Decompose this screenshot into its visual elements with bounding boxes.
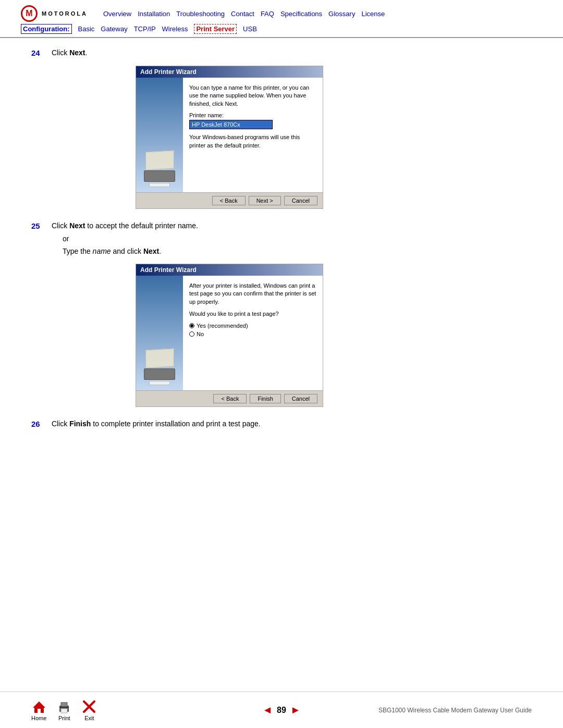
step-26-text: Click Finish to complete printer install… [52, 419, 261, 428]
nav-troubleshooting[interactable]: Troubleshooting [176, 10, 225, 18]
motorola-m-icon: M [21, 5, 38, 22]
wizard-2-desc: After your printer is installed, Windows… [189, 282, 316, 306]
wizard-1-back-button[interactable]: < Back [212, 196, 246, 205]
step-25-text: Click Next to accept the default printer… [52, 221, 198, 230]
nav-glossary[interactable]: Glossary [328, 10, 355, 18]
wizard-1-screenshot: Add Printer Wizard You can type a name f… [136, 66, 323, 209]
home-label: Home [31, 715, 46, 721]
home-nav-item[interactable]: Home [31, 699, 46, 721]
wizard-2-question: Would you like to print a test page? [189, 310, 316, 318]
radio-no[interactable]: No [189, 331, 316, 337]
wizard-1-titlebar: Add Printer Wizard [136, 66, 323, 78]
subnav-wireless[interactable]: Wireless [162, 25, 188, 33]
wizard-1-next-button[interactable]: Next > [249, 196, 281, 205]
svg-rect-4 [59, 707, 69, 708]
wizard-2-cancel-button[interactable]: Cancel [284, 394, 317, 403]
step-25-number: 25 [31, 221, 50, 230]
wizard-2-body: After your printer is installed, Windows… [136, 276, 323, 390]
print-nav-item[interactable]: Print [57, 699, 71, 721]
nav-faq[interactable]: FAQ [261, 10, 274, 18]
wizard-1-field-label: Printer name: [189, 112, 316, 118]
wizard-1-default-text: Your Windows-based programs will use thi… [189, 133, 316, 150]
print-icon [57, 699, 71, 714]
subnav-gateway[interactable]: Gateway [101, 25, 127, 33]
step-24-text: Click Next. [52, 48, 87, 57]
radio-yes-circle [189, 323, 194, 328]
page-footer: Home Print Exit ◄ 89 ► SBG1000 Wireless … [0, 692, 563, 728]
or-text: or [63, 235, 532, 243]
footer-navigation: Home Print Exit [31, 699, 198, 721]
page-number: 89 [277, 706, 286, 715]
radio-no-circle [189, 331, 194, 337]
wizard-1-content: You can type a name for this printer, or… [183, 78, 323, 192]
wizard-2-finish-button[interactable]: Finish [250, 394, 280, 403]
wizard-2-image-panel [136, 276, 183, 390]
home-icon [32, 699, 46, 714]
wizard-1-body: You can type a name for this printer, or… [136, 78, 323, 192]
nav-overview[interactable]: Overview [103, 10, 131, 18]
svg-rect-2 [61, 702, 67, 707]
printer-illustration [141, 151, 178, 187]
wizard-1-image-panel [136, 78, 183, 192]
main-content: 24 Click Next. Add Printer Wizard You ca [0, 38, 563, 451]
page-navigation: ◄ 89 ► [198, 704, 365, 716]
step-26-number: 26 [31, 419, 50, 428]
wizard-1-field-value[interactable]: HP DeskJet 870Cx [189, 120, 273, 129]
wizard-2-back-button[interactable]: < Back [213, 394, 247, 403]
step-24-block: 24 Click Next. Add Printer Wizard You ca [31, 48, 532, 209]
main-nav: Overview Installation Troubleshooting Co… [103, 10, 385, 18]
motorola-wordmark: MOTOROLA [42, 10, 88, 17]
wizard-2-screenshot: Add Printer Wizard After your printer is… [136, 264, 323, 407]
wizard-2-title: Add Printer Wizard [140, 266, 197, 274]
svg-rect-3 [61, 709, 67, 713]
exit-nav-item[interactable]: Exit [82, 699, 96, 721]
prev-page-arrow[interactable]: ◄ [262, 704, 273, 716]
next-page-arrow[interactable]: ► [290, 704, 301, 716]
svg-marker-0 [33, 701, 45, 713]
nav-specifications[interactable]: Specifications [280, 10, 322, 18]
motorola-logo: M MOTOROLA [21, 5, 88, 22]
exit-label: Exit [84, 715, 94, 721]
wizard-2-radio-group: Yes (recommended) No [189, 323, 316, 337]
wizard-1-footer: < Back Next > Cancel [136, 192, 323, 208]
subnav-basic[interactable]: Basic [78, 25, 95, 33]
nav-installation[interactable]: Installation [138, 10, 170, 18]
nav-license[interactable]: License [361, 10, 385, 18]
step-25-block: 25 Click Next to accept the default prin… [31, 221, 532, 407]
print-label: Print [58, 715, 70, 721]
nav-contact[interactable]: Contact [231, 10, 254, 18]
step-26-block: 26 Click Finish to complete printer inst… [31, 419, 532, 428]
radio-yes[interactable]: Yes (recommended) [189, 323, 316, 329]
guide-title: SBG1000 Wireless Cable Modem Gateway Use… [365, 707, 532, 714]
radio-no-label: No [197, 331, 204, 337]
wizard-2-titlebar: Add Printer Wizard [136, 264, 323, 276]
printer-illustration-2 [141, 349, 178, 385]
wizard-1-desc: You can type a name for this printer, or… [189, 84, 316, 108]
subnav-print-server[interactable]: Print Server [194, 24, 237, 34]
subnav-usb[interactable]: USB [243, 25, 257, 33]
wizard-1-cancel-button[interactable]: Cancel [284, 196, 317, 205]
page-header: M MOTOROLA Overview Installation Trouble… [0, 0, 563, 38]
step-24-number: 24 [31, 48, 50, 57]
wizard-1-title: Add Printer Wizard [140, 68, 197, 76]
config-label: Configuration: [21, 24, 72, 34]
wizard-2-footer: < Back Finish Cancel [136, 390, 323, 406]
sub-nav: Configuration: Basic Gateway TCP/IP Wire… [21, 24, 542, 37]
wizard-2-content: After your printer is installed, Windows… [183, 276, 323, 390]
exit-icon [82, 699, 96, 714]
type-instruction: Type the name and click Next. [63, 247, 532, 255]
radio-yes-label: Yes (recommended) [197, 323, 248, 329]
subnav-tcpip[interactable]: TCP/IP [134, 25, 156, 33]
